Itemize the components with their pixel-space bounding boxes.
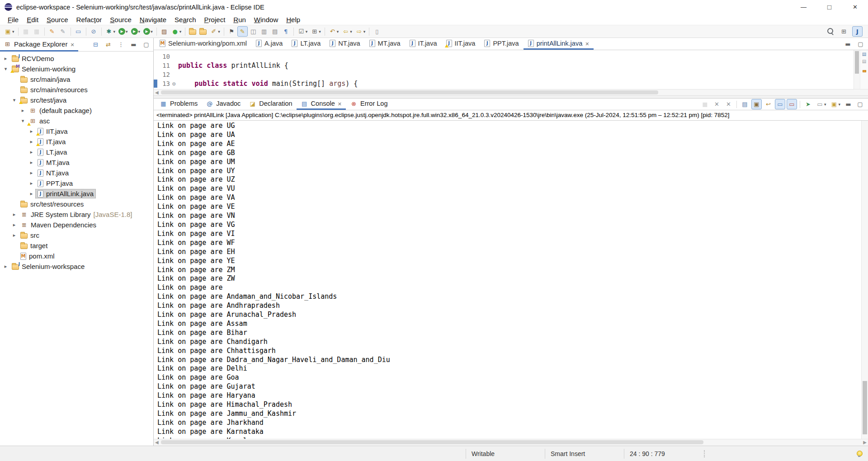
tree-expanded-arrow-icon[interactable]: ▾	[2, 66, 9, 72]
code-line-13[interactable]: 13⊖ public static void main(String[] arg…	[154, 79, 854, 88]
warning-marker-icon[interactable]	[863, 70, 866, 72]
save-all-button[interactable]: ▦	[32, 26, 42, 37]
profile-button[interactable]: ▶	[142, 27, 154, 36]
console-view-tab-console[interactable]: ▤Console	[297, 99, 346, 110]
menu-window[interactable]: Window	[250, 15, 282, 24]
editor-tab-it-java[interactable]: IT.java	[405, 38, 442, 50]
maximize-button[interactable]	[816, 0, 842, 14]
fold-collapse-icon[interactable]: ⊖	[170, 80, 178, 87]
editor[interactable]: 1011public class printAllLink {1213⊖ pub…	[154, 50, 868, 89]
scroll-right-arrow-icon[interactable]: ▶	[863, 440, 867, 445]
tree-collapsed-arrow-icon[interactable]: ▸	[19, 108, 27, 113]
scrollbar-thumb[interactable]	[863, 381, 867, 434]
console-view-tab-error-log[interactable]: ⊗Error Log	[346, 99, 392, 110]
breakpoint-skip-button[interactable]: ⊘	[89, 26, 99, 37]
tree-item-maven-dependencies[interactable]: ▸≣Maven Dependencies	[0, 220, 153, 230]
console-vertical-scrollbar[interactable]	[861, 121, 868, 439]
java-perspective-button[interactable]: J	[852, 26, 863, 37]
tree-collapsed-arrow-icon[interactable]: ▸	[28, 160, 35, 165]
search-button[interactable]	[825, 26, 835, 37]
editor-tab-iit-java[interactable]: IIT.java	[442, 38, 480, 50]
menu-refactor[interactable]: Refactor	[72, 15, 106, 24]
scribble-gray-button[interactable]: ✎	[58, 26, 68, 37]
copy-page-button[interactable]: ▥	[259, 26, 269, 37]
tree-collapsed-arrow-icon[interactable]: ▸	[28, 191, 35, 197]
menu-edit[interactable]: Edit	[23, 15, 42, 24]
run-button[interactable]: ▶	[117, 27, 129, 36]
tree-collapsed-arrow-icon[interactable]: ▸	[28, 139, 35, 145]
tree-collapsed-arrow-icon[interactable]: ▸	[10, 222, 18, 228]
tree-item-src-test-resources[interactable]: src/test/resources	[0, 199, 153, 209]
code-area[interactable]: 1011public class printAllLink {1213⊖ pub…	[154, 50, 854, 89]
code-line-11[interactable]: 11public class printAllLink {	[154, 61, 854, 70]
tree-collapsed-arrow-icon[interactable]: ▸	[28, 149, 35, 155]
collapse-all-button[interactable]: ⊟	[90, 39, 101, 50]
close-tab-icon[interactable]	[585, 40, 589, 47]
coverage-button[interactable]: ▶	[130, 27, 142, 36]
menu-run[interactable]: Run	[229, 15, 250, 24]
save-button[interactable]: ▦	[21, 26, 31, 37]
menu-file[interactable]: File	[4, 15, 23, 24]
scrollbar-thumb[interactable]	[161, 90, 658, 94]
terminate-button[interactable]: ■	[700, 99, 710, 109]
editor-tab-selenium-working-pom-xml[interactable]: Selenium-working/pom.xml	[155, 38, 251, 50]
minimize-button[interactable]	[791, 0, 816, 14]
tree-expanded-arrow-icon[interactable]: ▾	[10, 97, 18, 103]
menu-search[interactable]: Search	[170, 15, 200, 24]
paintbrush-button[interactable]: ✐	[208, 26, 222, 37]
new-java-project-button[interactable]: ▨	[159, 26, 170, 37]
flag-button[interactable]: ⚑	[226, 26, 237, 37]
prev-edit-button[interactable]: ↶	[327, 26, 340, 37]
open-console-button[interactable]: ▣	[829, 99, 842, 109]
minimize-view-button[interactable]: ▬	[128, 39, 139, 50]
editor-horizontal-scrollbar[interactable]: ◀	[154, 89, 868, 95]
tree-item-lt-java[interactable]: ▸LT.java	[0, 147, 153, 157]
tree-item-src[interactable]: ▸src	[0, 230, 153, 240]
tree-item-pom-xml[interactable]: pom.xml	[0, 251, 153, 261]
tree-item-asc[interactable]: ▾⊞asc	[0, 116, 153, 126]
console-output[interactable]: Link on page are UGLink on page are UALi…	[154, 121, 861, 439]
console-view-tab-declaration[interactable]: ◪Declaration	[245, 99, 296, 110]
close-button[interactable]	[842, 0, 868, 14]
tree-collapsed-arrow-icon[interactable]: ▸	[28, 128, 35, 134]
package-explorer-tab[interactable]: ⊞ Package Explorer	[0, 38, 78, 52]
link-with-editor-button[interactable]: ⇄	[103, 39, 113, 50]
tree-item-it-java[interactable]: ▸IT.java	[0, 136, 153, 147]
maximize-view-button[interactable]: ▢	[141, 39, 151, 50]
code-line-10[interactable]: 10	[154, 52, 854, 61]
maximize-view-button[interactable]: ▢	[855, 99, 865, 109]
tree-item-printalllink-java[interactable]: ▸printAllLink.java	[0, 188, 153, 199]
minimize-view-button[interactable]: ▬	[843, 39, 853, 49]
editor-tab-ppt-java[interactable]: PPT.java	[480, 38, 523, 50]
new-java-class-button[interactable]: ●	[170, 26, 183, 37]
list-page-button[interactable]: ▤	[270, 26, 280, 37]
console-view-tab-problems[interactable]: ▦Problems	[156, 99, 202, 110]
display-selected-console-button[interactable]: ▭	[815, 99, 828, 109]
remove-launch-button[interactable]: ✕	[712, 99, 722, 109]
word-wrap-button[interactable]: ↩	[763, 99, 774, 109]
tree-item-jre-system-library[interactable]: ▸≣JRE System Library [JavaSE-1.8]	[0, 209, 153, 220]
menu-source[interactable]: Source	[106, 15, 136, 24]
debug-button[interactable]: ✱	[104, 26, 117, 37]
clear-console-button[interactable]: ▤	[740, 99, 750, 109]
close-tab-icon[interactable]	[338, 100, 342, 107]
close-view-icon[interactable]	[70, 40, 74, 48]
pilcrow-button[interactable]: ¶	[281, 26, 291, 37]
show-stderr-button[interactable]: ▭	[787, 99, 797, 109]
editor-tab-mt-java[interactable]: MT.java	[365, 38, 405, 50]
code-line-12[interactable]: 12	[154, 70, 854, 79]
scroll-left-arrow-icon[interactable]: ◀	[155, 440, 159, 445]
editor-console-sash[interactable]	[154, 95, 868, 99]
pin-console-button[interactable]: ➤	[803, 99, 813, 109]
tree-item-default-package[interactable]: ▸⊞(default package)	[0, 105, 153, 116]
console-view-tab-javadoc[interactable]: @Javadoc	[202, 99, 245, 110]
tree-collapsed-arrow-icon[interactable]: ▸	[28, 170, 35, 176]
tree-item-src-main-java[interactable]: src/main/java	[0, 74, 153, 85]
notification-bulb-icon[interactable]	[857, 451, 862, 457]
scroll-left-arrow-icon[interactable]: ◀	[155, 90, 159, 95]
editor-tab-nt-java[interactable]: NT.java	[325, 38, 364, 50]
tree-collapsed-arrow-icon[interactable]: ▸	[28, 180, 35, 186]
tree-view-button[interactable]: ⊞	[309, 26, 322, 37]
task-window-button[interactable]: ▭	[73, 26, 84, 37]
tree-item-ppt-java[interactable]: ▸PPT.java	[0, 178, 153, 188]
